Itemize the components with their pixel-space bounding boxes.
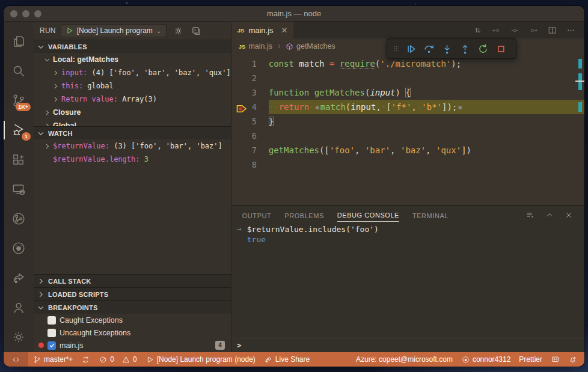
overview-ruler[interactable] (575, 54, 584, 205)
breadcrumb-file[interactable]: main.js (248, 42, 272, 50)
prettier-status[interactable]: Prettier (515, 352, 547, 367)
tree-row[interactable]: input: (4) ['foo', 'bar', 'baz', 'qux'] (34, 66, 231, 79)
tab-problems[interactable]: PROBLEMS (284, 209, 324, 222)
restart-button[interactable] (475, 41, 491, 57)
code-line[interactable]: 5} (231, 114, 584, 129)
step-forward-icon[interactable] (528, 25, 539, 35)
code-text[interactable] (269, 129, 584, 143)
code-line[interactable]: 8 (231, 157, 584, 172)
chevron-right-icon[interactable] (43, 109, 53, 117)
debug-session-status[interactable]: [Node] Launch program (node) (141, 352, 260, 367)
tree-row[interactable]: Global (34, 119, 231, 126)
chevron-right-icon[interactable] (52, 82, 61, 90)
chevron-right-icon[interactable] (43, 142, 53, 150)
code-text[interactable]: } (269, 114, 584, 129)
chevron-right-icon[interactable] (52, 69, 61, 77)
live-share-icon[interactable] (4, 263, 34, 293)
line-number[interactable]: 2 (231, 71, 269, 85)
tree-row[interactable]: Return value: Array(3) (34, 93, 231, 106)
problems-status[interactable]: 0 0 (94, 352, 141, 367)
line-number[interactable]: 6 (231, 129, 269, 143)
continue-button[interactable] (403, 41, 419, 57)
sync-changes-button[interactable] (77, 352, 94, 367)
line-number[interactable]: 3 (231, 85, 269, 100)
debug-toolbar[interactable] (387, 38, 516, 59)
line-number[interactable]: 4 (231, 100, 269, 114)
tab-output[interactable]: OUTPUT (242, 209, 272, 222)
tree-row[interactable]: $returnValue.length: 3 (34, 153, 231, 166)
step-out-button[interactable] (457, 41, 473, 57)
start-debug-icon[interactable] (66, 27, 73, 34)
watch-section-header[interactable]: WATCH (34, 126, 231, 139)
split-editor-icon[interactable] (547, 25, 557, 35)
code-line[interactable]: 3function getMatches(input) { (231, 85, 584, 100)
tree-row[interactable]: this: global (34, 79, 231, 93)
checkbox[interactable] (47, 341, 56, 350)
tree-row[interactable]: $returnValue: (3) ['foo', 'bar', 'baz'] (34, 139, 231, 153)
breakpoint-row[interactable]: Caught Exceptions (34, 314, 231, 326)
chevron-right-icon[interactable] (52, 96, 61, 103)
more-actions-icon[interactable] (566, 25, 576, 35)
call-stack-section-header[interactable]: CALL STACK (34, 274, 231, 287)
feedback-icon[interactable] (547, 352, 564, 367)
checkbox[interactable] (47, 316, 56, 325)
close-panel-icon[interactable] (564, 210, 574, 220)
tab-terminal[interactable]: TERMINAL (412, 209, 449, 222)
source-control-icon[interactable]: 1K+ (4, 86, 34, 115)
clear-console-icon[interactable] (525, 210, 535, 220)
debug-console[interactable]: → $returnValue.includes('foo') true > (231, 224, 584, 352)
explorer-icon[interactable] (4, 26, 34, 56)
line-number[interactable]: 8 (231, 157, 269, 172)
github-account-status[interactable]: connor4312 (457, 352, 515, 367)
search-icon[interactable] (4, 56, 34, 85)
code-text[interactable]: ··return·●match(input,·['f*',·'b*']);● (269, 100, 584, 114)
debug-console-icon[interactable] (189, 24, 203, 37)
line-number[interactable]: 5 (231, 114, 269, 129)
chevron-right-icon[interactable] (43, 122, 53, 127)
console-input-row[interactable]: > (231, 338, 584, 352)
open-changes-icon[interactable] (473, 25, 483, 35)
breakpoint-row[interactable]: Uncaught Exceptions (34, 326, 231, 339)
notifications-bell-icon[interactable] (564, 352, 584, 367)
live-share-status[interactable]: Live Share (260, 352, 314, 367)
code-text[interactable]: getMatches(['foo', 'bar', 'baz', 'qux']) (269, 143, 584, 157)
code-line[interactable]: 6 (231, 129, 584, 143)
settings-gear-icon[interactable] (4, 323, 34, 352)
tree-row[interactable]: Local: getMatches (34, 53, 231, 66)
step-over-button[interactable] (421, 41, 437, 57)
code-text[interactable]: function getMatches(input) { (269, 85, 584, 100)
code-editor[interactable]: 1const match = require('./micromatch');2… (231, 54, 584, 205)
run-and-debug-icon[interactable]: 1 (4, 115, 34, 145)
extensions-icon[interactable] (4, 145, 34, 174)
breakpoint-row[interactable]: main.js4 (34, 339, 231, 352)
remote-explorer-icon[interactable] (4, 174, 34, 204)
tab-main-js[interactable]: JS main.js ✕ (231, 22, 294, 38)
line-number[interactable]: 1 (231, 56, 269, 71)
azure-account-status[interactable]: Azure: copeet@microsoft.com (352, 352, 457, 367)
loaded-scripts-section-header[interactable]: LOADED SCRIPTS (34, 287, 231, 300)
accounts-icon[interactable] (4, 293, 34, 322)
remote-indicator[interactable] (4, 352, 28, 367)
variables-section-header[interactable]: VARIABLES (34, 40, 231, 53)
code-text[interactable] (269, 71, 584, 85)
breadcrumb-symbol[interactable]: getMatches (296, 42, 335, 50)
code-line[interactable]: 2 (231, 71, 584, 85)
close-tab-icon[interactable]: ✕ (281, 26, 288, 35)
stop-button[interactable] (493, 41, 509, 57)
reverse-continue-icon[interactable] (491, 25, 501, 35)
code-line[interactable]: 4··return·●match(input,·['f*',·'b*']);● (231, 100, 584, 114)
checkbox[interactable] (47, 329, 56, 337)
code-text[interactable] (269, 157, 584, 172)
git-branch-status[interactable]: master*+ (28, 352, 77, 367)
configure-gear-icon[interactable] (171, 24, 185, 37)
maximize-panel-icon[interactable] (545, 210, 554, 220)
tree-row[interactable]: Closure (34, 106, 231, 119)
breakpoints-section-header[interactable]: BREAKPOINTS (34, 300, 231, 314)
code-line[interactable]: 7getMatches(['foo', 'bar', 'baz', 'qux']… (231, 143, 584, 157)
launch-config-dropdown[interactable]: [Node] Launch program ⌄ (61, 24, 167, 37)
step-into-button[interactable] (439, 41, 455, 57)
chevron-down-icon[interactable] (43, 56, 53, 64)
tab-debug-console[interactable]: DEBUG CONSOLE (337, 208, 399, 222)
line-number[interactable]: 7 (231, 143, 269, 157)
step-back-icon[interactable] (510, 25, 520, 35)
